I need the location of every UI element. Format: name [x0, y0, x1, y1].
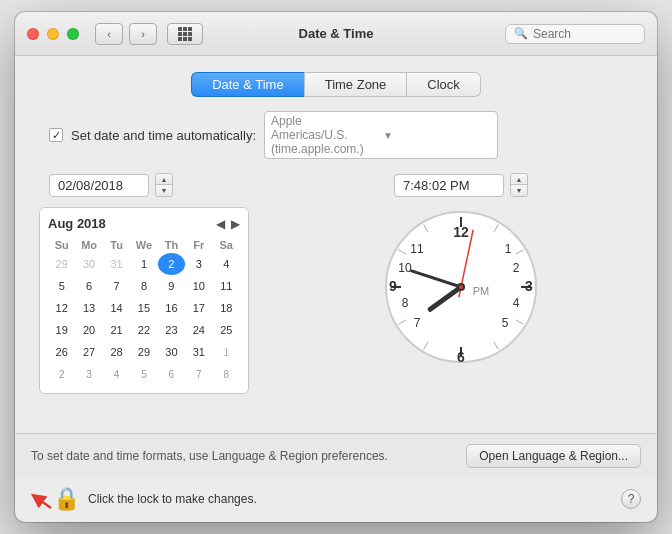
calendar-day[interactable]: 28: [103, 341, 130, 363]
calendar-day[interactable]: 12: [48, 297, 75, 319]
calendar-day[interactable]: 5: [130, 363, 157, 385]
right-panel: 7:48:02 PM ▲ ▼: [289, 173, 633, 421]
time-value: 7:48:02 PM: [403, 178, 470, 193]
calendar-day[interactable]: 10: [185, 275, 212, 297]
calendar-day[interactable]: 31: [185, 341, 212, 363]
traffic-lights: [27, 28, 79, 40]
auto-time-checkbox[interactable]: ✓: [49, 128, 63, 142]
calendar-day[interactable]: 6: [75, 275, 102, 297]
calendar-day[interactable]: 13: [75, 297, 102, 319]
tab-time-zone[interactable]: Time Zone: [304, 72, 408, 97]
calendar-day[interactable]: 4: [213, 253, 240, 275]
calendar-day[interactable]: 24: [185, 319, 212, 341]
calendar-day[interactable]: 31: [103, 253, 130, 275]
calendar-day[interactable]: 5: [48, 275, 75, 297]
calendar-day[interactable]: 14: [103, 297, 130, 319]
svg-text:6: 6: [457, 349, 465, 365]
calendar-day[interactable]: 18: [213, 297, 240, 319]
calendar-day[interactable]: 30: [158, 341, 185, 363]
calendar-day[interactable]: 7: [103, 275, 130, 297]
svg-text:11: 11: [410, 242, 424, 256]
auto-time-label: Set date and time automatically:: [71, 128, 256, 143]
maximize-button[interactable]: [67, 28, 79, 40]
calendar-week-row: 19202122232425: [48, 319, 240, 341]
time-decrement-button[interactable]: ▼: [511, 185, 527, 196]
forward-button[interactable]: ›: [129, 23, 157, 45]
time-increment-button[interactable]: ▲: [511, 174, 527, 185]
svg-text:7: 7: [414, 316, 421, 330]
calendar-grid: Su Mo Tu We Th Fr Sa 2930311234567891011…: [48, 237, 240, 385]
server-dropdown[interactable]: Apple Americas/U.S. (time.apple.com.) ▼: [264, 111, 498, 159]
calendar-day[interactable]: 2: [48, 363, 75, 385]
server-value: Apple Americas/U.S. (time.apple.com.): [271, 114, 379, 156]
calendar-day[interactable]: 16: [158, 297, 185, 319]
time-stepper[interactable]: ▲ ▼: [510, 173, 528, 197]
tab-clock[interactable]: Clock: [407, 72, 481, 97]
window-title: Date & Time: [299, 26, 374, 41]
calendar-day[interactable]: 30: [75, 253, 102, 275]
day-header-fr: Fr: [185, 237, 212, 253]
calendar-day[interactable]: 29: [48, 253, 75, 275]
content-area: Date & Time Time Zone Clock ✓ Set date a…: [15, 56, 657, 433]
open-language-region-button[interactable]: Open Language & Region...: [466, 444, 641, 468]
calendar-day[interactable]: 19: [48, 319, 75, 341]
date-input-row: 02/08/2018 ▲ ▼: [49, 173, 259, 197]
forward-icon: ›: [141, 28, 145, 40]
main-window: ‹ › Date & Time 🔍 Date & Time: [15, 12, 657, 522]
back-button[interactable]: ‹: [95, 23, 123, 45]
calendar-day[interactable]: 22: [130, 319, 157, 341]
search-box[interactable]: 🔍: [505, 24, 645, 44]
day-header-th: Th: [158, 237, 185, 253]
calendar-day[interactable]: 27: [75, 341, 102, 363]
calendar-next-button[interactable]: ▶: [231, 217, 240, 231]
analog-clock: 12 3 6 9 1 2 4 5 7 8 10 11 PM: [381, 207, 541, 367]
calendar-day[interactable]: 6: [158, 363, 185, 385]
svg-text:5: 5: [502, 316, 509, 330]
calendar-day[interactable]: 3: [185, 253, 212, 275]
help-button[interactable]: ?: [621, 489, 641, 509]
main-area: 02/08/2018 ▲ ▼ Aug 2018 ◀ ▶: [39, 173, 633, 421]
calendar-day[interactable]: 23: [158, 319, 185, 341]
search-icon: 🔍: [514, 27, 528, 40]
day-header-we: We: [130, 237, 157, 253]
calendar-day[interactable]: 3: [75, 363, 102, 385]
calendar-day[interactable]: 2: [158, 253, 185, 275]
calendar-day[interactable]: 7: [185, 363, 212, 385]
calendar-week-row: 2345678: [48, 363, 240, 385]
calendar-day[interactable]: 21: [103, 319, 130, 341]
calendar-day[interactable]: 1: [130, 253, 157, 275]
calendar-day-headers: Su Mo Tu We Th Fr Sa: [48, 237, 240, 253]
lock-icon[interactable]: 🔒: [53, 486, 80, 512]
lock-label: Click the lock to make changes.: [88, 492, 257, 506]
svg-text:9: 9: [389, 278, 397, 294]
date-increment-button[interactable]: ▲: [156, 174, 172, 185]
search-input[interactable]: [533, 27, 636, 41]
calendar-day[interactable]: 25: [213, 319, 240, 341]
minimize-button[interactable]: [47, 28, 59, 40]
calendar-day[interactable]: 29: [130, 341, 157, 363]
calendar-day[interactable]: 20: [75, 319, 102, 341]
tab-date-time[interactable]: Date & Time: [191, 72, 304, 97]
tab-bar: Date & Time Time Zone Clock: [39, 72, 633, 97]
calendar-day[interactable]: 4: [103, 363, 130, 385]
grid-view-button[interactable]: [167, 23, 203, 45]
calendar-prev-button[interactable]: ◀: [216, 217, 225, 231]
date-value: 02/08/2018: [58, 178, 123, 193]
calendar-day[interactable]: 11: [213, 275, 240, 297]
close-button[interactable]: [27, 28, 39, 40]
date-stepper[interactable]: ▲ ▼: [155, 173, 173, 197]
svg-text:10: 10: [398, 261, 412, 275]
calendar-day[interactable]: 15: [130, 297, 157, 319]
date-field[interactable]: 02/08/2018: [49, 174, 149, 197]
calendar-day[interactable]: 17: [185, 297, 212, 319]
calendar-day[interactable]: 1: [213, 341, 240, 363]
calendar-day[interactable]: 8: [130, 275, 157, 297]
time-field[interactable]: 7:48:02 PM: [394, 174, 504, 197]
titlebar: ‹ › Date & Time 🔍: [15, 12, 657, 56]
calendar-day[interactable]: 8: [213, 363, 240, 385]
bottom-info-text: To set date and time formats, use Langua…: [31, 449, 454, 463]
calendar-header: Aug 2018 ◀ ▶: [48, 216, 240, 231]
date-decrement-button[interactable]: ▼: [156, 185, 172, 196]
calendar-day[interactable]: 9: [158, 275, 185, 297]
calendar-day[interactable]: 26: [48, 341, 75, 363]
